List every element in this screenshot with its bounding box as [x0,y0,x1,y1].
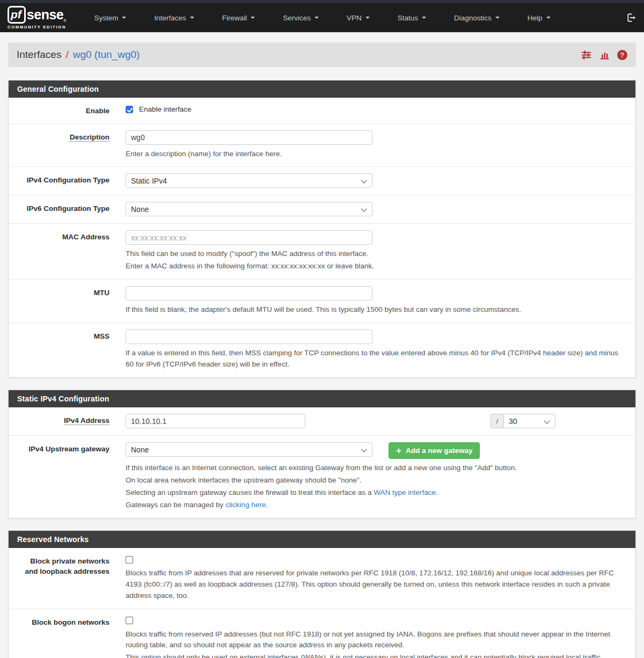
block-bogon-networks-help1: Blocks traffic from reserved IP addresse… [126,629,627,652]
chevron-down-icon [122,17,126,19]
description-label: Description [70,133,109,142]
row-description: Description Enter a description (name) f… [9,124,635,167]
panel-title: Reserved Networks [9,531,635,548]
nav-item-label: Diagnostics [454,14,492,22]
ipv6-config-type-select[interactable]: None [126,202,372,216]
nav-item-interfaces[interactable]: Interfaces [147,9,201,27]
subnet-separator-addon: / [491,414,503,428]
block-private-networks-checkbox[interactable] [126,556,133,564]
row-block-bogon-networks: Block bogon networks Blocks traffic from… [9,609,635,658]
chevron-down-icon [546,17,551,19]
panel-title: General Configuration [9,81,635,98]
mac-help-line2: Enter a MAC address in the following for… [126,261,627,272]
mac-address-input[interactable] [126,230,372,245]
row-ipv4-config-type: IPv4 Configuration Type Static IPv4 [9,167,635,195]
chevron-down-icon [495,17,500,19]
ipv4-config-type-select[interactable]: Static IPv4 [126,173,372,188]
nav-item-services[interactable]: Services [275,9,326,27]
sign-out-icon[interactable] [626,12,636,23]
ipv6-config-type-label: IPv6 Configuration Type [27,204,109,213]
pf-logo-box: pf [8,6,26,24]
nav-item-status[interactable]: Status [390,9,434,27]
chevron-down-icon [251,17,255,19]
nav-item-label: Status [398,14,418,22]
brand-edition-label: COMMUNITY EDITION [8,25,66,30]
nav-item-label: Firewall [222,14,247,22]
brand-name: sense [27,7,63,23]
breadcrumb-page-link[interactable]: wg0 (tun_wg0) [73,49,140,61]
chevron-down-icon [365,17,370,19]
mss-help: If a value is entered in this field, the… [126,348,627,370]
add-gateway-button-label: Add a new gateway [406,447,473,455]
nav-item-vpn[interactable]: VPN [339,9,377,27]
pfsense-logo[interactable]: pf sense ® COMMUNITY EDITION [8,6,66,30]
mac-address-label: MAC Address [62,233,109,241]
row-mac-address: MAC Address This field can be used to mo… [9,224,635,280]
ipv4-upstream-gateway-label: IPv4 Upstream gateway [28,445,109,453]
chevron-down-icon [190,17,194,19]
row-ipv6-config-type: IPv6 Configuration Type None [9,195,635,224]
ipv4-address-label: IPv4 Address [64,416,109,425]
nav-item-label: System [94,14,118,22]
nav-item-label: Services [283,14,311,22]
help-icon[interactable]: ? [617,50,627,60]
gateway-help-line2: On local area network interfaces the ups… [126,475,627,486]
nav-item-diagnostics[interactable]: Diagnostics [447,9,507,27]
ipv4-upstream-gateway-select[interactable]: None [126,442,372,457]
enable-interface-checkbox[interactable] [126,106,133,113]
wan-type-interface-link[interactable]: WAN type interface [374,488,436,496]
row-mtu: MTU If this field is blank, the adapter'… [9,280,635,323]
plus-icon: + [396,448,401,454]
row-ipv4-address: IPv4 Address / 30 [9,407,635,436]
enable-interface-checkbox-label: Enable interface [139,105,192,113]
nav-item-label: VPN [347,14,362,22]
chevron-down-icon [314,17,319,19]
gateway-help-line3: Selecting an upstream gateway causes the… [126,487,627,499]
gateway-help-line4: Gateways can be managed by clicking here… [126,500,627,511]
mac-help-line1: This field can be used to modify ("spoof… [126,248,627,260]
breadcrumb-section: Interfaces [17,49,61,61]
description-input[interactable] [126,130,372,145]
ipv4-config-type-label: IPv4 Configuration Type [27,176,109,184]
row-enable: Enable Enable interface [9,98,635,124]
sliders-icon[interactable] [581,49,592,61]
add-gateway-button[interactable]: + Add a new gateway [389,442,480,459]
row-ipv4-upstream-gateway: IPv4 Upstream gateway None + Add a new g… [9,436,635,518]
registered-mark: ® [63,19,66,23]
panel-general-configuration: General Configuration Enable Enable inte… [8,80,636,378]
block-bogon-networks-checkbox[interactable] [126,617,133,624]
panel-static-ipv4-configuration: Static IPv4 Configuration IPv4 Address /… [8,390,636,518]
subnet-mask-select[interactable]: 30 [503,414,555,428]
mtu-label: MTU [94,289,109,297]
block-private-networks-help: Blocks traffic from IP addresses that ar… [126,568,627,602]
ipv4-address-input[interactable] [126,414,305,428]
mss-input[interactable] [126,330,372,344]
breadcrumb: Interfaces / wg0 (tun_wg0) ? [8,42,636,67]
enable-label: Enable [86,107,109,115]
nav-item-label: Help [528,14,543,22]
gateway-help-line1: If this interface is an Internet connect… [126,463,627,474]
main-navbar: pf sense ® COMMUNITY EDITION System Inte… [0,3,644,32]
panel-title: Static IPv4 Configuration [9,390,635,407]
row-block-private-networks: Block private networks and loopback addr… [9,548,635,609]
row-mss: MSS If a value is entered in this field,… [9,323,635,377]
breadcrumb-separator: / [65,49,68,61]
nav-menu: System Interfaces Firewall Services VPN … [80,9,626,27]
block-bogon-networks-label: Block bogon networks [32,618,109,626]
mss-label: MSS [94,332,109,340]
nav-item-firewall[interactable]: Firewall [215,9,263,27]
block-bogon-networks-help2: This option should only be used on exter… [126,652,627,658]
mtu-help: If this field is blank, the adapter's de… [126,304,627,316]
nav-item-system[interactable]: System [86,9,134,27]
mtu-input[interactable] [126,286,372,301]
chevron-down-icon [422,17,426,19]
description-help: Enter a description (name) for the inter… [126,149,627,160]
nav-item-help[interactable]: Help [520,9,558,27]
panel-reserved-networks: Reserved Networks Block private networks… [8,530,636,658]
nav-item-label: Interfaces [154,14,186,22]
clicking-here-link[interactable]: clicking here [225,501,266,509]
block-private-networks-label: Block private networks and loopback addr… [25,557,109,576]
status-chart-icon[interactable] [599,49,610,61]
